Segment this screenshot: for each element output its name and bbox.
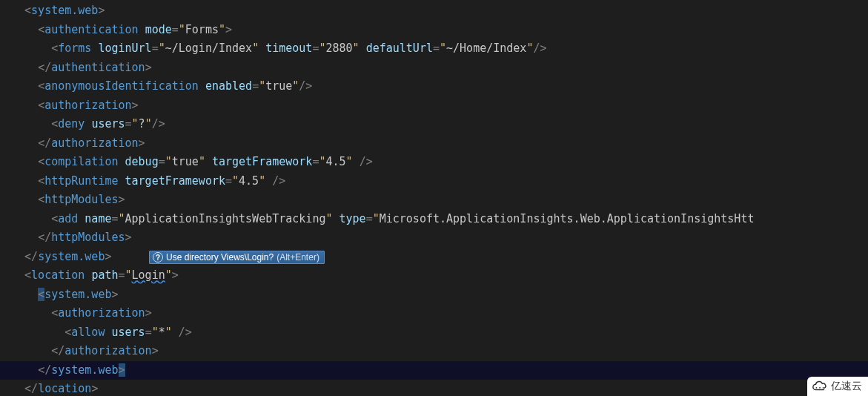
svg-point-2 — [823, 387, 824, 389]
code-line[interactable]: </authorization> — [0, 342, 868, 361]
code-line[interactable]: <allow users="*" /> — [0, 323, 868, 343]
code-line[interactable]: </location> — [0, 380, 868, 396]
code-line[interactable]: <compilation debug="true" targetFramewor… — [0, 153, 868, 172]
code-line[interactable]: <authentication mode="Forms"> — [0, 21, 868, 40]
code-line[interactable]: <httpRuntime targetFramework="4.5" /> — [0, 172, 868, 191]
watermark-text: 亿速云 — [831, 380, 862, 393]
code-line[interactable]: <add name="ApplicationInsightsWebTrackin… — [0, 210, 868, 229]
code-line[interactable]: </authentication> — [0, 59, 868, 78]
code-line[interactable]: <anonymousIdentification enabled="true"/… — [0, 77, 868, 96]
help-icon: ? — [153, 252, 163, 263]
code-line[interactable]: <location path="Login"> — [0, 266, 868, 286]
hint-shortcut: (Alt+Enter) — [276, 252, 319, 263]
code-line[interactable]: <authorization> — [0, 304, 868, 323]
code-editor[interactable]: <system.web> <authentication mode="Forms… — [0, 0, 868, 396]
cloud-icon — [812, 380, 828, 392]
code-line[interactable]: <system.web> — [0, 286, 868, 305]
code-line[interactable]: <deny users="?"/> — [0, 115, 868, 134]
quickfix-hint[interactable]: ? Use directory Views\Login? (Alt+Enter) — [149, 251, 325, 264]
watermark-badge: 亿速云 — [807, 377, 868, 396]
code-line[interactable]: </system.web> — [0, 361, 868, 380]
svg-point-0 — [816, 387, 818, 389]
code-line[interactable]: <forms loginUrl="~/Login/Index" timeout=… — [0, 39, 868, 59]
svg-point-1 — [819, 387, 821, 389]
code-line[interactable]: </httpModules> — [0, 228, 868, 248]
code-line[interactable]: </system.web> — [0, 248, 868, 267]
code-line[interactable]: </authorization> — [0, 134, 868, 154]
hint-text: Use directory Views\Login? — [166, 252, 274, 263]
code-line[interactable]: <system.web> — [0, 1, 868, 21]
code-line[interactable]: <httpModules> — [0, 191, 868, 210]
code-line[interactable]: <authorization> — [0, 96, 868, 116]
